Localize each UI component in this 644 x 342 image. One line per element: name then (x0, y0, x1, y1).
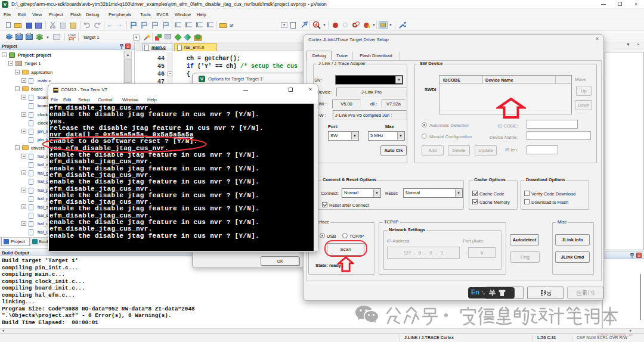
svg-text:LOAD: LOAD (68, 33, 76, 37)
svg-text:d: d (315, 23, 317, 27)
